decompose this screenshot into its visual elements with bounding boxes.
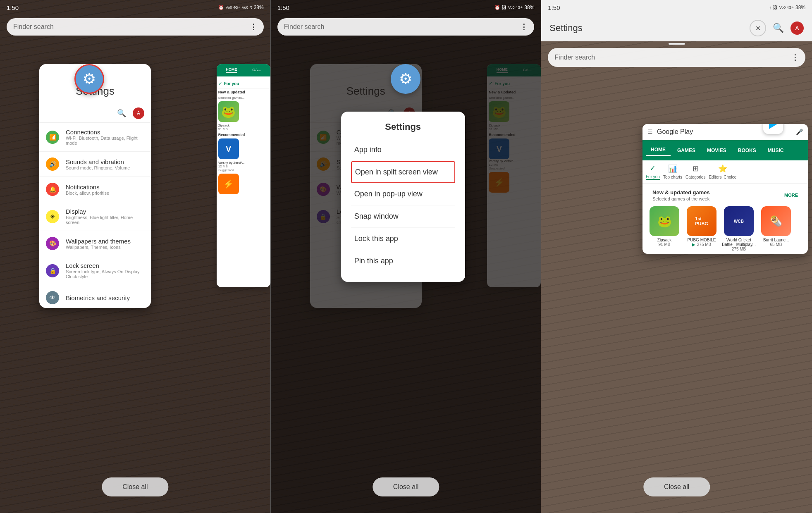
menu-item-connections[interactable]: 📶 Connections Wi-Fi, Bluetooth, Data usa… — [39, 123, 151, 152]
battery-3: 38% — [795, 5, 805, 10]
menu-item-notifications[interactable]: 🔔 Notifications Block, allow, prioritise — [39, 177, 151, 202]
play-ga-1[interactable]: GA... — [252, 68, 261, 73]
search-text-3: Finder search — [554, 54, 595, 61]
zipsack-size-3: 91 MB — [659, 242, 671, 247]
play-tab-foryou-3[interactable]: ✓ For you — [646, 164, 660, 180]
play-tab-categories-3[interactable]: ⊞ Categories — [685, 164, 705, 179]
battery-2: 38% — [524, 5, 534, 10]
upload-icon-3: ↑ — [769, 5, 771, 10]
context-app-info[interactable]: App info — [351, 139, 455, 161]
foryou-label-1: For you — [224, 81, 239, 86]
image-icon-2: 🖼 — [502, 5, 506, 10]
avatar-icon-3[interactable]: A — [791, 21, 804, 35]
status-time-1: 1:50 — [7, 4, 19, 11]
wcb-icon-3: WCB — [724, 206, 754, 236]
menu-item-display[interactable]: ☀ Display Brightness, Blue light filter,… — [39, 202, 151, 231]
play-full-nav-3: HOME GAMES MOVIES BOOKS MUSIC — [642, 140, 808, 160]
context-popup-view[interactable]: Open in pop-up view — [351, 183, 455, 205]
varsity-size-1: 12 MB — [218, 165, 269, 168]
play-tab-topcharts-3[interactable]: 📊 Top charts — [663, 164, 682, 179]
play-nav-1: HOME GA... — [217, 64, 270, 76]
image-icon-3: 🖼 — [773, 5, 778, 10]
play-home-1[interactable]: HOME — [226, 67, 237, 73]
search-placeholder-2: Finder search — [284, 23, 325, 31]
play-nav-movies-3[interactable]: MOVIES — [702, 145, 731, 156]
foryou-label-3: For you — [646, 174, 660, 179]
categories-label-3: Categories — [685, 175, 705, 179]
play-nav-books-3[interactable]: BOOKS — [733, 145, 761, 156]
search-bar-2[interactable]: Finder search ⋮ — [277, 18, 535, 36]
sounds-text: Sounds and vibration Sound mode, Rington… — [66, 158, 130, 170]
hamburger-icon-3[interactable]: ☰ — [647, 129, 653, 135]
battery-1: 38% — [254, 5, 264, 10]
play-game-pubg-3[interactable]: 1stPUBG PUBG MOBILE ▶ 275 MB — [685, 206, 719, 251]
search-dots-3: ⋮ — [791, 53, 799, 62]
selected-games-1: Selected games... — [218, 96, 269, 101]
play-nav-home-3[interactable]: HOME — [646, 144, 671, 156]
search-icon-1[interactable]: 🔍 — [117, 109, 126, 118]
context-lock-app[interactable]: Lock this app — [351, 228, 455, 250]
display-text: Display Brightness, Blue light filter, H… — [66, 208, 144, 225]
search-placeholder-1: Finder search — [13, 23, 54, 31]
play-nav-music-3[interactable]: MUSIC — [763, 145, 789, 156]
menu-item-wallpapers[interactable]: 🎨 Wallpapers and themes Wallpapers, Them… — [39, 231, 151, 256]
search-dots-2: ⋮ — [520, 22, 528, 31]
settings-app-icon-2[interactable]: ⚙ — [391, 64, 420, 94]
varsity-name-1: Varsity by ZeroP... — [218, 161, 269, 165]
pubg-icon-3: 1stPUBG — [687, 206, 716, 236]
drag-handle-3 — [669, 43, 685, 45]
play-more-btn-3[interactable]: MORE — [779, 189, 803, 201]
biometrics-title: Biometrics and security — [66, 294, 130, 301]
close-all-btn-3[interactable]: Close all — [643, 477, 710, 496]
play-game-burrito-3[interactable]: 🌯 Burrit Launc... 65 MB — [759, 206, 793, 251]
wallpapers-text: Wallpapers and themes Wallpapers, Themes… — [66, 238, 131, 250]
play-game-wcb-3[interactable]: WCB World Cricket Battle - Multiplay... … — [722, 206, 756, 251]
settings-app-icon-1[interactable]: ⚙ — [74, 64, 104, 94]
play-games-row-3: 🐸 Zipsack 91 MB 1stPUBG PUBG MOBILE ▶ 27… — [642, 204, 808, 254]
play-nav-games-3[interactable]: GAMES — [672, 145, 700, 156]
pubg-name-3: PUBG MOBILE — [688, 238, 716, 242]
panel-2: 1:50 ⏰ 🖼 Vo0 4G+ 38% Finder search ⋮ ⚙ S… — [271, 0, 542, 513]
search-bar-3[interactable]: Finder search ⋮ — [548, 48, 805, 67]
topcharts-icon-3: 📊 — [668, 164, 677, 173]
menu-item-sounds[interactable]: 🔊 Sounds and vibration Sound mode, Ringt… — [39, 152, 151, 177]
wallpapers-subtitle: Wallpapers, Themes, Icons — [66, 245, 131, 250]
signal-3: Vo0 4G+ — [779, 5, 794, 10]
status-bar-2: 1:50 ⏰ 🖼 Vo0 4G+ 38% — [271, 0, 541, 15]
status-bar-3: 1:50 ↑ 🖼 Vo0 4G+ 38% — [541, 0, 812, 15]
settings-card-content-1: Settings 🔍 A 📶 Connections Wi-Fi, Blueto… — [39, 64, 151, 308]
recommended-1: Recommended — [218, 131, 269, 138]
mic-icon-3[interactable]: 🎤 — [796, 129, 803, 135]
close-all-btn-2[interactable]: Close all — [373, 477, 439, 496]
close-button-3[interactable]: ✕ — [750, 20, 766, 36]
connections-icon: 📶 — [46, 131, 59, 144]
play-full-header-3: ☰ Google Play 🎤 — [642, 124, 808, 140]
sounds-icon: 🔊 — [46, 157, 59, 171]
status-time-3: 1:50 — [548, 4, 560, 11]
context-pin-app[interactable]: Pin this app — [351, 250, 455, 272]
context-split-screen[interactable]: Open in split screen view — [351, 161, 455, 183]
menu-item-biometrics[interactable]: 👁 Biometrics and security — [39, 285, 151, 308]
sounds-title: Sounds and vibration — [66, 158, 130, 165]
panel-1: 1:50 ⏰ Vo0 4G+ Vo0 R 38% Finder search ⋮… — [0, 0, 271, 513]
close-all-btn-1[interactable]: Close all — [102, 477, 168, 496]
categories-icon-3: ⊞ — [693, 164, 699, 173]
status-icons-1: ⏰ Vo0 4G+ Vo0 R 38% — [218, 5, 264, 10]
alarm-icon-2: ⏰ — [494, 5, 500, 10]
play-content-1: ✓ For you New & updated Selected games..… — [217, 76, 270, 197]
varsity-icon-1: V — [218, 138, 239, 159]
settings-search-row-1: 🔍 A — [39, 104, 151, 123]
play-tab-editors-3[interactable]: ⭐ Editors' Choice — [709, 164, 736, 179]
close-icon-3: ✕ — [755, 24, 761, 32]
status-bar-1: 1:50 ⏰ Vo0 4G+ Vo0 R 38% — [0, 0, 270, 15]
avatar-icon-1: A — [133, 107, 144, 119]
display-title: Display — [66, 208, 144, 215]
search-icon-3[interactable]: 🔍 — [773, 23, 784, 33]
context-snap-window[interactable]: Snap window — [351, 205, 455, 228]
menu-item-lockscreen[interactable]: 🔒 Lock screen Screen lock type, Always O… — [39, 256, 151, 285]
panel3-header-icons: ✕ 🔍 A — [750, 20, 804, 36]
play-game-zipsack-3[interactable]: 🐸 Zipsack 91 MB — [647, 206, 681, 251]
search-bar-1[interactable]: Finder search ⋮ — [7, 18, 264, 36]
play-triangle-3 — [769, 124, 777, 129]
status-icons-2: ⏰ 🖼 Vo0 4G+ 38% — [494, 5, 534, 10]
